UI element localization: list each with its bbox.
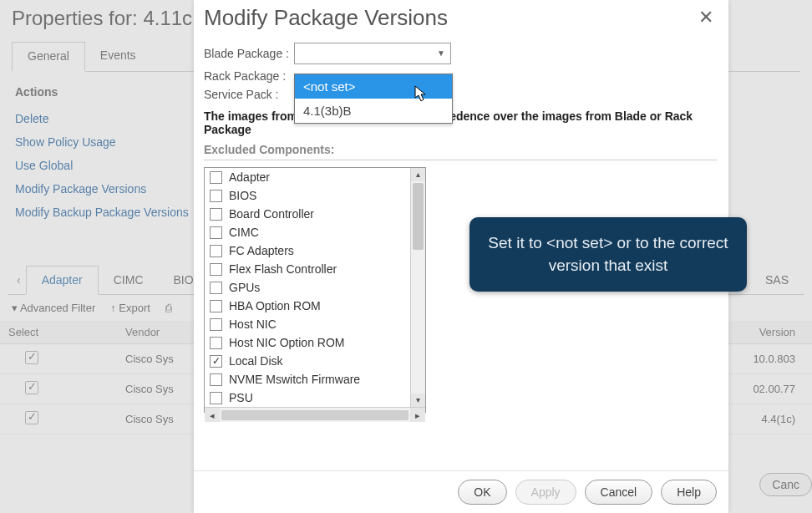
service-pack-label: Service Pack :: [204, 88, 294, 101]
excluded-checkbox[interactable]: [210, 282, 222, 294]
instruction-callout: Set it to <not set> or to the correct ve…: [469, 217, 747, 292]
excluded-checkbox[interactable]: [210, 263, 222, 276]
precedence-note: The images from Service Pack will take p…: [204, 109, 717, 136]
tab-adapter[interactable]: Adapter: [26, 266, 99, 295]
excluded-item[interactable]: Adapter: [205, 168, 410, 186]
excluded-item-label: CIMC: [229, 226, 259, 239]
excluded-item-label: Host NIC: [229, 317, 277, 331]
cancel-button[interactable]: Cancel: [585, 480, 653, 505]
dialog-title: Modify Package Versions: [204, 5, 448, 31]
tab-scroll-left-icon[interactable]: ‹: [12, 268, 26, 292]
tab-cimc[interactable]: CIMC: [99, 267, 159, 293]
excluded-item-label: Local Disk: [229, 354, 283, 368]
excluded-item[interactable]: Flex Flash Controller: [205, 260, 410, 278]
scroll-down-icon[interactable]: ▾: [411, 394, 425, 407]
excluded-item-label: Host NIC Option ROM: [229, 336, 344, 349]
blade-package-select[interactable]: ▼: [294, 43, 451, 64]
excluded-item[interactable]: Host NIC Option ROM: [205, 333, 410, 352]
ok-button[interactable]: OK: [458, 480, 506, 505]
excluded-checkbox[interactable]: [210, 373, 222, 386]
excluded-components-label: Excluded Components:: [204, 143, 717, 156]
chevron-down-icon: ▼: [437, 48, 445, 58]
excluded-components-list[interactable]: AdapterBIOSBoard ControllerCIMCFC Adapte…: [204, 167, 426, 413]
scroll-right-icon[interactable]: ▸: [410, 408, 425, 422]
excluded-checkbox[interactable]: [210, 208, 222, 221]
excluded-item-label: NVME Mswitch Firmware: [229, 373, 360, 386]
excluded-checkbox[interactable]: [210, 337, 222, 349]
advanced-filter-button[interactable]: ▾ Advanced Filter: [12, 302, 95, 314]
excluded-checkbox[interactable]: [210, 226, 222, 239]
close-icon[interactable]: ✕: [695, 5, 717, 30]
excluded-item[interactable]: HBA Option ROM: [205, 297, 410, 315]
scroll-thumb[interactable]: [221, 410, 409, 420]
excluded-item-label: FC Adapters: [229, 244, 294, 257]
excluded-checkbox[interactable]: [210, 300, 222, 312]
bg-cancel-area: Canc: [759, 473, 812, 496]
excluded-item-label: HBA Option ROM: [229, 299, 321, 312]
list-horizontal-scrollbar[interactable]: ◂ ▸: [205, 407, 425, 422]
excluded-item-label: PSU: [229, 391, 253, 404]
dialog-footer: OK Apply Cancel Help: [194, 470, 728, 513]
excluded-item[interactable]: Board Controller: [205, 205, 410, 223]
excluded-item-label: Board Controller: [229, 207, 314, 221]
scroll-thumb[interactable]: [413, 183, 424, 250]
blade-package-dropdown[interactable]: <not set> 4.1(3b)B: [294, 74, 453, 124]
rack-package-label: Rack Package :: [204, 69, 294, 83]
divider: [204, 160, 717, 160]
col-select: Select: [0, 321, 117, 344]
excluded-item[interactable]: FC Adapters: [205, 241, 410, 260]
blade-package-label: Blade Package :: [204, 47, 294, 60]
export-icon: ↑: [110, 302, 119, 314]
tab-general[interactable]: General: [12, 42, 85, 72]
excluded-item-label: GPUs: [229, 281, 260, 294]
print-icon[interactable]: ⎙: [165, 302, 172, 314]
dropdown-option-version[interactable]: 4.1(3b)B: [295, 99, 452, 123]
col-version: Version: [720, 321, 812, 344]
excluded-item[interactable]: BIOS: [205, 186, 410, 205]
excluded-item[interactable]: Host NIC: [205, 315, 410, 333]
excluded-checkbox[interactable]: [210, 392, 222, 404]
excluded-item[interactable]: PSU: [205, 389, 410, 407]
excluded-item[interactable]: ✓Local Disk: [205, 352, 410, 370]
row-checkbox[interactable]: [25, 411, 38, 424]
bg-cancel-button[interactable]: Canc: [759, 473, 812, 496]
scroll-left-icon[interactable]: ◂: [205, 408, 220, 422]
row-checkbox[interactable]: [25, 351, 38, 364]
export-button[interactable]: ↑ Export: [110, 302, 150, 314]
excluded-item[interactable]: CIMC: [205, 223, 410, 241]
excluded-checkbox[interactable]: [210, 190, 222, 202]
filter-icon: ▾: [12, 302, 20, 314]
tab-events[interactable]: Events: [85, 42, 151, 71]
apply-button[interactable]: Apply: [515, 480, 576, 505]
row-checkbox[interactable]: [25, 381, 38, 394]
excluded-item-label: BIOS: [229, 189, 256, 202]
excluded-item[interactable]: NVME Mswitch Firmware: [205, 370, 410, 389]
list-vertical-scrollbar[interactable]: ▴ ▾: [410, 168, 425, 407]
excluded-item-label: Flex Flash Controller: [229, 262, 337, 276]
excluded-item-label: Adapter: [229, 170, 270, 184]
help-button[interactable]: Help: [661, 480, 717, 505]
excluded-checkbox[interactable]: [210, 171, 222, 184]
excluded-checkbox[interactable]: [210, 318, 222, 331]
dropdown-option-not-set[interactable]: <not set>: [295, 74, 452, 99]
excluded-item[interactable]: GPUs: [205, 278, 410, 297]
excluded-checkbox[interactable]: [210, 245, 222, 257]
scroll-up-icon[interactable]: ▴: [411, 168, 425, 181]
tab-sas[interactable]: SAS: [750, 267, 804, 293]
excluded-checkbox[interactable]: ✓: [210, 355, 222, 368]
